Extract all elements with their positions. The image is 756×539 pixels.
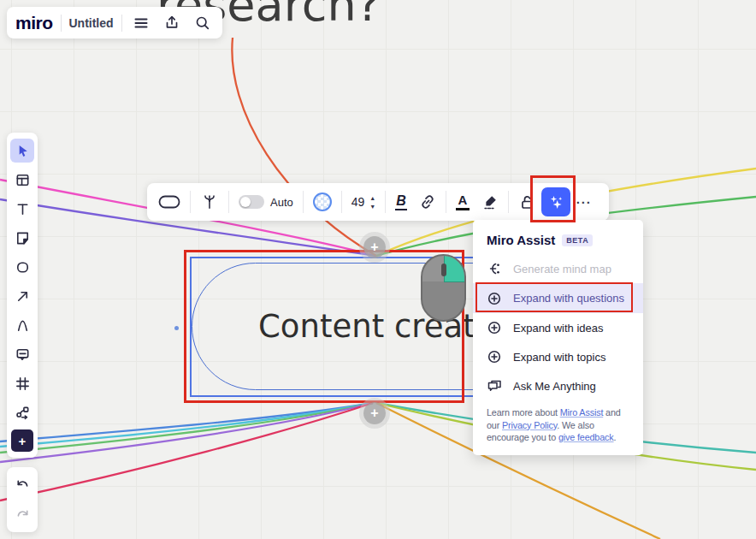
branch-style-icon [200,192,219,211]
tool-connector[interactable] [10,400,34,424]
branch-crimson [0,403,373,500]
menu-item-label: Expand with ideas [513,322,604,335]
link-button[interactable] [413,187,442,217]
color-swatch-icon [313,192,332,211]
font-size-stepper[interactable]: 49 ▲ ▼ [346,187,382,217]
menu-item-ask-me-anything[interactable]: Ask Me Anything [473,371,643,400]
divider [121,15,122,32]
menu-item-expand-with-topics[interactable]: Expand with topics [473,342,643,371]
assist-menu-footer: Learn more about Miro Assist and our Pri… [473,400,641,444]
stepper-down-icon[interactable]: ▼ [369,204,375,210]
bold-button[interactable]: B [389,187,413,217]
add-branch-handle-bottom[interactable]: + [363,402,386,424]
frame-icon [15,376,31,392]
divider [190,191,191,213]
main-menu-button[interactable] [130,11,153,35]
ellipsis-glyph: ··· [576,195,592,210]
font-size-value: 49 [351,195,365,209]
footer-text: Learn more about [487,407,560,418]
bold-glyph: B [395,193,407,210]
color-picker-button[interactable] [307,187,338,217]
highlighter-icon [481,193,499,210]
tools-sidebar: + [7,133,38,458]
redo-button[interactable] [10,502,34,526]
beta-badge: BETA [562,234,593,246]
mind-map-icon [487,261,502,276]
export-button[interactable] [160,11,183,35]
tool-arrow[interactable] [10,284,34,308]
assist-menu-title: Miro Assist [487,233,555,247]
undo-button[interactable] [10,473,34,497]
menu-item-label: Ask Me Anything [513,380,596,393]
hamburger-icon [133,15,150,32]
tool-add-more[interactable]: + [11,429,33,452]
templates-icon [15,172,31,188]
text-color-icon: A [456,193,470,210]
chat-bubbles-icon [487,378,502,394]
sticky-note-icon [15,230,31,246]
divider [385,191,386,213]
text-icon [15,201,31,217]
menu-item-generate-mind-map: Generate mind map [473,254,643,283]
tool-shape[interactable] [10,255,34,279]
assist-menu-header: Miro Assist BETA [473,220,643,254]
toggle-knob [240,197,251,207]
privacy-policy-link[interactable]: Privacy Policy [502,420,557,430]
app-bar: miro Untitled [7,7,222,38]
divider [341,191,342,213]
branch-style-button[interactable] [194,187,225,217]
plus-glyph: + [370,406,378,421]
arrow-icon [15,288,31,305]
tool-comment[interactable] [10,342,34,366]
plus-glyph: + [19,434,27,448]
auto-layout-toggle[interactable]: Auto [233,187,299,217]
board-title[interactable]: Untitled [68,16,113,30]
branch-blue [0,403,373,441]
color-bar [456,208,470,210]
divider [228,191,229,213]
annotation-box-assist-button [530,175,576,222]
tool-select[interactable] [10,139,34,163]
comment-icon [15,346,31,363]
redo-icon [15,506,31,523]
tool-pen[interactable] [10,313,34,337]
node-shape-button[interactable] [152,187,186,217]
tool-text[interactable] [10,197,34,221]
cursor-icon [15,143,31,159]
menu-item-label: Generate mind map [513,263,611,275]
menu-item-expand-with-ideas[interactable]: Expand with ideas [473,313,643,342]
link-icon [419,193,436,210]
give-feedback-link[interactable]: give feedback [558,432,614,442]
annotation-box-expand-with-questions [475,282,633,312]
menu-item-label: Expand with topics [513,351,605,364]
export-icon [163,15,180,32]
shape-icon [15,259,31,275]
divider [303,191,304,213]
stepper-up-icon[interactable]: ▲ [369,195,375,201]
miro-logo: miro [15,13,53,33]
stadium-shape-icon [158,194,180,210]
pen-curve-icon [15,317,31,334]
miro-assist-menu: Miro Assist BETA Generate mind map Expan… [473,220,643,455]
search-button[interactable] [191,11,214,35]
add-branch-handle-top[interactable]: + [363,236,386,258]
mouse-scroll-wheel [441,264,446,276]
divider [61,15,62,32]
plus-glyph: + [370,240,378,255]
tool-frame[interactable] [10,371,34,395]
tool-sticky-note[interactable] [10,226,34,250]
history-sidebar [7,467,38,532]
circle-plus-icon [487,320,502,335]
toggle-track[interactable] [239,195,264,209]
node-left-anchor-dot[interactable] [174,326,179,330]
search-icon [194,15,211,32]
text-color-button[interactable]: A [450,187,475,217]
circle-plus-icon [487,349,502,364]
footer-text: . [614,432,617,442]
miro-assist-link[interactable]: Miro Assist [560,407,604,418]
tool-templates[interactable] [10,168,34,192]
mouse-illustration [421,254,466,322]
auto-label: Auto [270,196,293,209]
highlighter-button[interactable] [475,187,505,217]
connector-icon [15,405,31,421]
